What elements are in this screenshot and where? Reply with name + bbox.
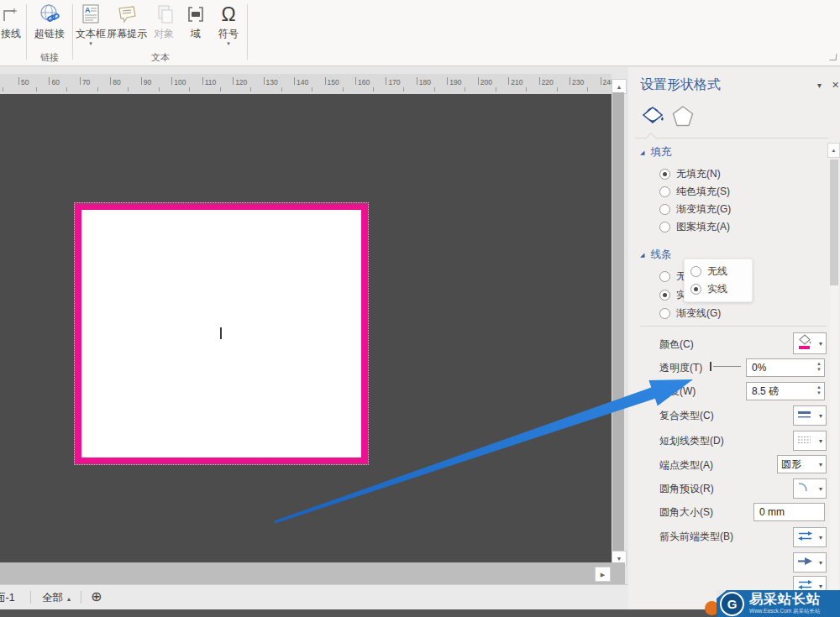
radio-pattern-fill[interactable]: 图案填充(A)	[659, 220, 730, 234]
watermark-url: Www.Easck.Com 易采站长站	[749, 609, 821, 614]
radio-solid-line-overlay[interactable]: 实线	[690, 282, 727, 296]
pane-menu-dropdown[interactable]: ▾	[817, 81, 822, 90]
double-arrow-icon	[797, 530, 813, 545]
text-cursor	[220, 327, 222, 339]
text-box-icon: A	[75, 3, 107, 26]
tab-fill-and-line[interactable]	[640, 104, 667, 131]
ribbon-collapse-icon[interactable]	[829, 54, 837, 60]
compound-type-dropdown[interactable]: ▾	[793, 405, 827, 426]
all-pages-arrow-icon: ▲	[66, 596, 71, 602]
transparency-stepper[interactable]: ▲▼	[816, 361, 822, 373]
dropdown-arrow-icon: ▾	[212, 40, 245, 46]
drawing-canvas[interactable]	[0, 94, 612, 562]
all-pages-tab[interactable]: 全部 ▲	[42, 591, 71, 605]
radio-no-fill[interactable]: 无填充(N)	[659, 167, 721, 181]
ribbon-button-screentip[interactable]: 屏幕提示	[107, 3, 147, 39]
chevron-down-icon: ▾	[819, 583, 822, 590]
paint-bucket-icon	[640, 118, 665, 132]
corner-curve-icon	[797, 481, 810, 496]
dropdown-arrow-icon: ▾	[75, 40, 107, 46]
arrow-front-type-dropdown[interactable]: ▾	[793, 527, 827, 547]
pane-scrollbar[interactable]	[830, 159, 838, 617]
radio-no-line[interactable]: 无	[659, 269, 686, 284]
ribbon-separator	[72, 4, 73, 60]
ribbon-separator	[247, 4, 248, 60]
dash-lines-icon	[797, 433, 811, 448]
color-label: 颜色(C)	[659, 337, 694, 352]
compound-lines-icon	[797, 408, 811, 423]
radio-solid-fill[interactable]: 纯色填充(S)	[659, 185, 730, 199]
ribbon-button-symbol[interactable]: Ω 符号 ▾	[212, 3, 245, 46]
hyperlink-globe-icon	[28, 3, 71, 26]
down-arrow-icon: ▼	[617, 556, 622, 562]
cap-type-label: 端点类型(A)	[659, 458, 713, 473]
selected-rectangle-shape[interactable]	[76, 204, 367, 463]
transparency-input[interactable]: 0% ▲▼	[746, 358, 825, 377]
scroll-right-button[interactable]: ▶	[595, 567, 611, 582]
chevron-down-icon: ▾	[819, 340, 822, 348]
vertical-scrollbar[interactable]	[612, 92, 624, 551]
chevron-down-icon: ▾	[819, 461, 822, 468]
radio-gradient-line[interactable]: 渐变线(G)	[659, 306, 721, 321]
round-size-label: 圆角大小(S)	[659, 505, 713, 520]
round-size-input[interactable]: 0 mm	[753, 503, 825, 521]
round-preset-label: 圆角预设(R)	[659, 482, 714, 496]
field-icon	[181, 3, 211, 26]
radio-icon	[659, 169, 670, 180]
radio-no-line-overlay[interactable]: 无线	[690, 264, 727, 279]
ribbon-separator	[26, 4, 27, 60]
chevron-down-icon: ▾	[817, 81, 822, 90]
radio-icon	[690, 266, 701, 277]
radio-icon	[659, 271, 670, 282]
chevron-down-icon: ▾	[819, 412, 822, 420]
cap-type-dropdown[interactable]: 圆形 ▾	[777, 455, 827, 473]
close-icon: ✕	[832, 80, 839, 90]
ribbon-button-hyperlink[interactable]: 超链接	[28, 3, 71, 39]
line-options-overlay: 无线 实线	[684, 259, 753, 302]
add-page-button[interactable]: ⊕	[91, 588, 102, 604]
section-header-line[interactable]: ◢ 线条	[640, 248, 671, 262]
format-shape-pane: 设置形状格式 ▾ ✕ ▲	[628, 67, 840, 617]
width-input[interactable]: 8.5 磅 ▲▼	[746, 382, 825, 400]
pane-scrollbar-thumb[interactable]	[830, 159, 838, 285]
pane-close-button[interactable]: ✕	[832, 80, 839, 91]
arrow-front-type-label: 箭头前端类型(B)	[659, 530, 733, 544]
ribbon-button-connector-partial[interactable]: 接线	[0, 3, 25, 39]
horizontal-scrollbar[interactable]: ▶	[0, 562, 625, 584]
dash-type-label: 短划线类型(D)	[659, 434, 724, 448]
line-color-picker[interactable]: ▾	[793, 332, 827, 354]
ribbon-button-object: 对象	[149, 3, 179, 39]
arrow-size-icon	[797, 555, 813, 570]
round-preset-dropdown[interactable]: ▾	[793, 478, 827, 499]
pane-title: 设置形状格式	[640, 76, 721, 94]
ribbon-group-label-text: 文本	[75, 51, 246, 64]
transparency-slider-handle[interactable]	[710, 362, 711, 371]
radio-icon	[659, 308, 670, 319]
ribbon-button-field[interactable]: 域	[181, 3, 211, 39]
up-arrow-icon: ▲	[832, 148, 837, 153]
chevron-down-icon: ▾	[819, 437, 822, 445]
radio-icon	[690, 284, 701, 295]
width-stepper[interactable]: ▲▼	[816, 384, 822, 396]
app-window: 接线 超链接 A	[0, 0, 840, 617]
arrow-front-size-dropdown[interactable]: ▾	[793, 552, 827, 573]
tab-effects[interactable]	[670, 104, 697, 131]
object-icon	[149, 3, 179, 26]
up-arrow-icon: ▲	[617, 84, 622, 90]
section-header-fill[interactable]: ◢ 填充	[640, 145, 671, 159]
radio-icon	[659, 204, 670, 215]
screen-tip-icon	[107, 3, 147, 26]
pane-scroll-up-button[interactable]: ▲	[827, 143, 840, 158]
dash-type-dropdown[interactable]: ▾	[793, 431, 827, 451]
page-tab[interactable]: 面-1	[0, 591, 15, 605]
width-label: 宽度(W)	[659, 384, 696, 399]
svg-text:A: A	[85, 6, 91, 14]
color-bucket-icon	[797, 334, 812, 353]
radio-icon	[659, 290, 670, 301]
transparency-slider-track[interactable]	[713, 366, 741, 367]
radio-gradient-fill[interactable]: 渐变填充(G)	[659, 202, 731, 217]
ribbon-button-textbox[interactable]: A 文本框 ▾	[75, 3, 107, 46]
ribbon: 接线 超链接 A	[0, 0, 840, 66]
connector-icon	[0, 3, 25, 26]
pentagon-icon	[670, 118, 696, 132]
